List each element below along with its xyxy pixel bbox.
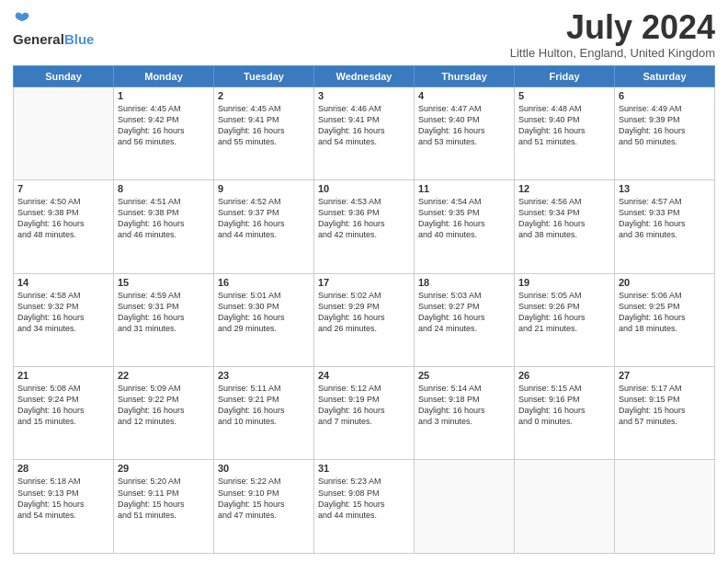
calendar-cell: 25Sunrise: 5:14 AM Sunset: 9:18 PM Dayli… [415, 367, 515, 460]
day-number: 18 [418, 277, 510, 288]
calendar-cell: 21Sunrise: 5:08 AM Sunset: 9:24 PM Dayli… [14, 367, 114, 460]
calendar-cell: 30Sunrise: 5:22 AM Sunset: 9:10 PM Dayli… [214, 460, 314, 554]
day-number: 29 [118, 463, 210, 474]
weekday-header-sunday: Sunday [14, 65, 114, 86]
calendar-cell: 29Sunrise: 5:20 AM Sunset: 9:11 PM Dayli… [114, 460, 214, 554]
cell-daylight-info: Sunrise: 4:45 AM Sunset: 9:42 PM Dayligh… [118, 103, 210, 148]
cell-daylight-info: Sunrise: 5:09 AM Sunset: 9:22 PM Dayligh… [118, 383, 210, 428]
cell-daylight-info: Sunrise: 5:11 AM Sunset: 9:21 PM Dayligh… [218, 383, 310, 428]
calendar-week-row: 7Sunrise: 4:50 AM Sunset: 9:38 PM Daylig… [14, 180, 715, 273]
cell-daylight-info: Sunrise: 4:52 AM Sunset: 9:37 PM Dayligh… [218, 196, 310, 241]
day-number: 19 [518, 277, 610, 288]
calendar-cell [615, 460, 715, 554]
cell-daylight-info: Sunrise: 4:47 AM Sunset: 9:40 PM Dayligh… [418, 103, 510, 148]
calendar-cell: 15Sunrise: 4:59 AM Sunset: 9:31 PM Dayli… [114, 273, 214, 366]
day-number: 6 [619, 90, 711, 101]
calendar-cell: 3Sunrise: 4:46 AM Sunset: 9:41 PM Daylig… [314, 86, 415, 179]
calendar-cell: 18Sunrise: 5:03 AM Sunset: 9:27 PM Dayli… [415, 273, 515, 366]
weekday-header-thursday: Thursday [415, 65, 515, 86]
day-number: 20 [619, 277, 711, 288]
calendar-week-row: 14Sunrise: 4:58 AM Sunset: 9:32 PM Dayli… [14, 273, 715, 366]
day-number: 27 [619, 370, 711, 381]
day-number: 1 [118, 90, 210, 101]
cell-daylight-info: Sunrise: 4:48 AM Sunset: 9:40 PM Dayligh… [518, 103, 610, 148]
cell-daylight-info: Sunrise: 5:01 AM Sunset: 9:30 PM Dayligh… [218, 290, 310, 335]
cell-daylight-info: Sunrise: 5:03 AM Sunset: 9:27 PM Dayligh… [418, 290, 510, 335]
calendar-week-row: 21Sunrise: 5:08 AM Sunset: 9:24 PM Dayli… [14, 367, 715, 460]
calendar-cell: 12Sunrise: 4:56 AM Sunset: 9:34 PM Dayli… [515, 180, 615, 273]
page: GeneralBlue July 2024 Little Hulton, Eng… [0, 0, 728, 563]
day-number: 25 [418, 370, 510, 381]
calendar-cell: 11Sunrise: 4:54 AM Sunset: 9:35 PM Dayli… [415, 180, 515, 273]
cell-daylight-info: Sunrise: 5:02 AM Sunset: 9:29 PM Dayligh… [318, 290, 410, 335]
calendar-week-row: 1Sunrise: 4:45 AM Sunset: 9:42 PM Daylig… [14, 86, 715, 179]
calendar-cell: 14Sunrise: 4:58 AM Sunset: 9:32 PM Dayli… [14, 273, 114, 366]
cell-daylight-info: Sunrise: 4:58 AM Sunset: 9:32 PM Dayligh… [17, 290, 109, 335]
calendar-cell: 7Sunrise: 4:50 AM Sunset: 9:38 PM Daylig… [14, 180, 114, 273]
weekday-header-friday: Friday [515, 65, 615, 86]
cell-daylight-info: Sunrise: 4:51 AM Sunset: 9:38 PM Dayligh… [118, 196, 210, 241]
calendar-cell: 4Sunrise: 4:47 AM Sunset: 9:40 PM Daylig… [415, 86, 515, 179]
logo-bird-icon [13, 9, 31, 28]
cell-daylight-info: Sunrise: 5:14 AM Sunset: 9:18 PM Dayligh… [418, 383, 510, 428]
calendar-cell: 13Sunrise: 4:57 AM Sunset: 9:33 PM Dayli… [615, 180, 715, 273]
header: GeneralBlue July 2024 Little Hulton, Eng… [13, 9, 715, 60]
cell-daylight-info: Sunrise: 5:18 AM Sunset: 9:13 PM Dayligh… [17, 476, 109, 521]
calendar-cell: 22Sunrise: 5:09 AM Sunset: 9:22 PM Dayli… [114, 367, 214, 460]
calendar-week-row: 28Sunrise: 5:18 AM Sunset: 9:13 PM Dayli… [14, 460, 715, 554]
cell-daylight-info: Sunrise: 5:06 AM Sunset: 9:25 PM Dayligh… [619, 290, 711, 335]
cell-daylight-info: Sunrise: 5:22 AM Sunset: 9:10 PM Dayligh… [218, 476, 310, 521]
calendar-cell: 23Sunrise: 5:11 AM Sunset: 9:21 PM Dayli… [214, 367, 314, 460]
cell-daylight-info: Sunrise: 4:50 AM Sunset: 9:38 PM Dayligh… [17, 196, 109, 241]
cell-daylight-info: Sunrise: 4:59 AM Sunset: 9:31 PM Dayligh… [118, 290, 210, 335]
day-number: 31 [318, 463, 410, 474]
logo-general-text: General [13, 31, 64, 47]
cell-daylight-info: Sunrise: 4:46 AM Sunset: 9:41 PM Dayligh… [318, 103, 410, 148]
day-number: 26 [518, 370, 610, 381]
day-number: 14 [17, 277, 109, 288]
cell-daylight-info: Sunrise: 5:23 AM Sunset: 9:08 PM Dayligh… [318, 476, 410, 521]
cell-daylight-info: Sunrise: 4:53 AM Sunset: 9:36 PM Dayligh… [318, 196, 410, 241]
calendar-cell: 2Sunrise: 4:45 AM Sunset: 9:41 PM Daylig… [214, 86, 314, 179]
calendar-cell [14, 86, 114, 179]
calendar-cell: 24Sunrise: 5:12 AM Sunset: 9:19 PM Dayli… [314, 367, 415, 460]
calendar-cell: 28Sunrise: 5:18 AM Sunset: 9:13 PM Dayli… [14, 460, 114, 554]
cell-daylight-info: Sunrise: 4:54 AM Sunset: 9:35 PM Dayligh… [418, 196, 510, 241]
calendar-cell: 10Sunrise: 4:53 AM Sunset: 9:36 PM Dayli… [314, 180, 415, 273]
calendar-cell: 1Sunrise: 4:45 AM Sunset: 9:42 PM Daylig… [114, 86, 214, 179]
weekday-header-saturday: Saturday [615, 65, 715, 86]
day-number: 3 [318, 90, 410, 101]
calendar-cell: 20Sunrise: 5:06 AM Sunset: 9:25 PM Dayli… [615, 273, 715, 366]
cell-daylight-info: Sunrise: 4:56 AM Sunset: 9:34 PM Dayligh… [518, 196, 610, 241]
day-number: 9 [218, 183, 310, 194]
weekday-header-row: SundayMondayTuesdayWednesdayThursdayFrid… [14, 65, 715, 86]
day-number: 21 [17, 370, 109, 381]
day-number: 24 [318, 370, 410, 381]
day-number: 5 [518, 90, 610, 101]
day-number: 11 [418, 183, 510, 194]
cell-daylight-info: Sunrise: 5:17 AM Sunset: 9:15 PM Dayligh… [619, 383, 711, 428]
weekday-header-wednesday: Wednesday [314, 65, 415, 86]
day-number: 7 [17, 183, 109, 194]
calendar-cell [515, 460, 615, 554]
calendar-cell: 5Sunrise: 4:48 AM Sunset: 9:40 PM Daylig… [515, 86, 615, 179]
day-number: 4 [418, 90, 510, 101]
location-text: Little Hulton, England, United Kingdom [510, 46, 715, 60]
calendar-cell: 31Sunrise: 5:23 AM Sunset: 9:08 PM Dayli… [314, 460, 415, 554]
logo-blue-text: Blue [64, 31, 95, 47]
day-number: 28 [17, 463, 109, 474]
day-number: 12 [518, 183, 610, 194]
title-block: July 2024 Little Hulton, England, United… [510, 9, 715, 60]
calendar-table: SundayMondayTuesdayWednesdayThursdayFrid… [13, 65, 715, 554]
calendar-cell: 6Sunrise: 4:49 AM Sunset: 9:39 PM Daylig… [615, 86, 715, 179]
day-number: 22 [118, 370, 210, 381]
day-number: 13 [619, 183, 711, 194]
day-number: 30 [218, 463, 310, 474]
cell-daylight-info: Sunrise: 5:15 AM Sunset: 9:16 PM Dayligh… [518, 383, 610, 428]
cell-daylight-info: Sunrise: 4:49 AM Sunset: 9:39 PM Dayligh… [619, 103, 711, 148]
day-number: 8 [118, 183, 210, 194]
weekday-header-tuesday: Tuesday [214, 65, 314, 86]
cell-daylight-info: Sunrise: 5:12 AM Sunset: 9:19 PM Dayligh… [318, 383, 410, 428]
weekday-header-monday: Monday [114, 65, 214, 86]
calendar-cell: 9Sunrise: 4:52 AM Sunset: 9:37 PM Daylig… [214, 180, 314, 273]
